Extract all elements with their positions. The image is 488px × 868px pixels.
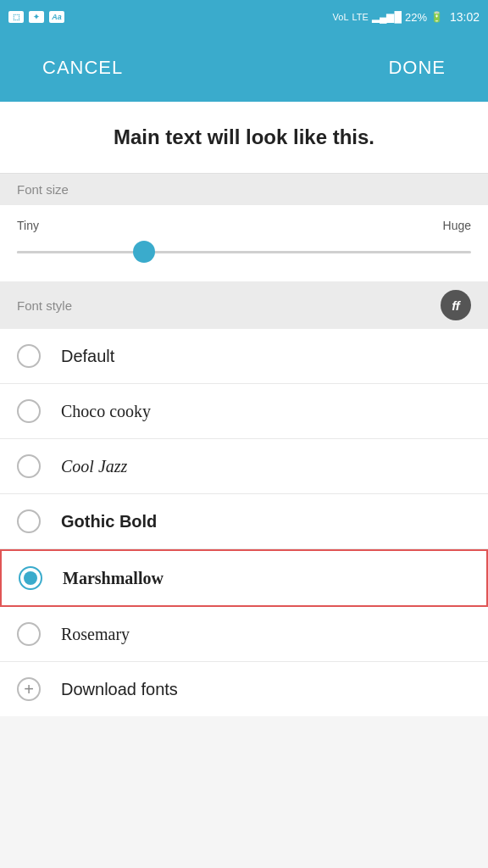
slider-thumb[interactable] bbox=[133, 241, 155, 263]
cancel-button[interactable]: CANCEL bbox=[25, 48, 140, 87]
lte-label: LTE bbox=[352, 12, 369, 22]
font-name-choco: Choco cooky bbox=[61, 402, 151, 421]
font-size-section: Tiny Huge bbox=[0, 205, 488, 281]
font-item-choco[interactable]: Choco cooky bbox=[0, 384, 488, 439]
download-fonts-label: Download fonts bbox=[61, 680, 178, 699]
radio-rosemary[interactable] bbox=[17, 622, 41, 646]
plus-icon: + bbox=[17, 677, 41, 701]
status-bar-left: ⬚ ✦ Aa bbox=[8, 11, 64, 23]
font-name-marshmallow: Marshmallow bbox=[63, 569, 164, 588]
font-style-header: Font style ff bbox=[0, 281, 488, 329]
radio-jazz[interactable] bbox=[17, 454, 41, 478]
action-bar: CANCEL DONE bbox=[0, 34, 488, 102]
font-item-marshmallow[interactable]: Marshmallow bbox=[0, 549, 488, 607]
font-icon: Aa bbox=[49, 11, 64, 23]
battery-percent: 22% bbox=[405, 11, 427, 24]
font-size-header: Font size bbox=[0, 174, 488, 205]
app-icon: ✦ bbox=[29, 11, 44, 23]
preview-area: Main text will look like this. bbox=[0, 102, 488, 174]
radio-choco[interactable] bbox=[17, 399, 41, 423]
done-button[interactable]: DONE bbox=[371, 48, 463, 87]
radio-default[interactable] bbox=[17, 344, 41, 368]
status-bar-right: VoL LTE ▂▄▆█ 22% 🔋 13:02 bbox=[333, 10, 480, 24]
battery-icon: 🔋 bbox=[430, 11, 443, 23]
font-name-default: Default bbox=[61, 347, 114, 366]
font-name-gothic: Gothic Bold bbox=[61, 512, 157, 531]
tiny-label: Tiny bbox=[17, 219, 39, 232]
vol-label: VoL bbox=[333, 12, 349, 22]
font-list: Default Choco cooky Cool Jazz Gothic Bol… bbox=[0, 329, 488, 716]
font-size-label: Font size bbox=[17, 182, 69, 197]
font-item-jazz[interactable]: Cool Jazz bbox=[0, 439, 488, 494]
font-size-slider[interactable] bbox=[17, 239, 471, 264]
font-name-rosemary: Rosemary bbox=[61, 625, 130, 644]
size-labels: Tiny Huge bbox=[17, 219, 471, 232]
font-style-label: Font style bbox=[17, 298, 72, 313]
huge-label: Huge bbox=[443, 219, 471, 232]
font-item-rosemary[interactable]: Rosemary bbox=[0, 607, 488, 662]
screenshot-icon: ⬚ bbox=[8, 11, 24, 23]
signal-bars: ▂▄▆█ bbox=[372, 11, 402, 23]
download-fonts-item[interactable]: + Download fonts bbox=[0, 662, 488, 716]
font-item-default[interactable]: Default bbox=[0, 329, 488, 384]
font-ff-badge[interactable]: ff bbox=[441, 290, 471, 320]
status-bar: ⬚ ✦ Aa VoL LTE ▂▄▆█ 22% 🔋 13:02 bbox=[0, 0, 488, 34]
radio-inner-marshmallow bbox=[24, 571, 37, 585]
font-name-jazz: Cool Jazz bbox=[61, 457, 127, 476]
slider-track bbox=[17, 251, 471, 253]
radio-gothic[interactable] bbox=[17, 509, 41, 533]
font-item-gothic[interactable]: Gothic Bold bbox=[0, 494, 488, 549]
preview-text: Main text will look like this. bbox=[114, 125, 374, 148]
time-display: 13:02 bbox=[450, 10, 480, 24]
radio-marshmallow[interactable] bbox=[19, 566, 42, 590]
slider-fill bbox=[17, 251, 144, 253]
